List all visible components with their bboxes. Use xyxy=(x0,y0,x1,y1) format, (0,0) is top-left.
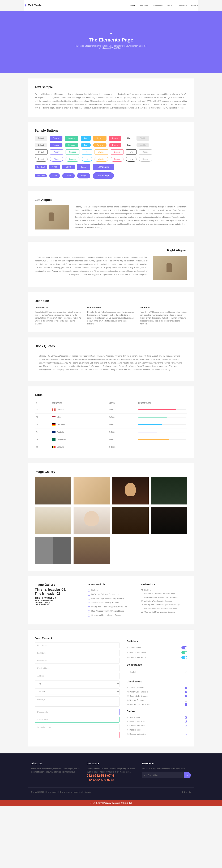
section-heading: Definition xyxy=(35,299,187,303)
form-field[interactable] xyxy=(35,673,120,679)
gallery-image[interactable] xyxy=(151,507,188,534)
buttons-section: Sample Buttons DefaultPrimarySuccessInfo… xyxy=(28,122,194,186)
btn-warning[interactable]: Warning xyxy=(93,136,106,141)
column-heading: Unordered List xyxy=(88,583,134,586)
radio[interactable] xyxy=(185,720,187,723)
btn-default[interactable]: Default xyxy=(35,157,47,162)
gallery-image[interactable] xyxy=(73,477,110,504)
social-icons[interactable]: f t ● Be xyxy=(182,791,191,793)
form-field[interactable] xyxy=(35,658,120,663)
radio[interactable] xyxy=(185,724,187,727)
btn-size[interactable]: Default xyxy=(62,173,75,178)
checkbox-label: 02. Primary Color Checkbox xyxy=(127,691,148,693)
btn-success[interactable]: Success xyxy=(65,143,78,147)
radio[interactable] xyxy=(185,716,187,719)
switch-toggle[interactable] xyxy=(182,646,187,649)
btn-info[interactable]: Info xyxy=(82,150,92,155)
nav-pages[interactable]: PAGES xyxy=(191,4,198,6)
column-heading: Ordered List xyxy=(141,583,187,586)
radio[interactable] xyxy=(185,729,187,731)
btn-success[interactable]: Success xyxy=(66,157,80,162)
btn-info[interactable]: Info xyxy=(81,143,91,147)
newsletter-submit[interactable]: → xyxy=(184,772,191,778)
btn-disable[interactable]: Disable xyxy=(139,150,152,155)
btn-primary[interactable]: Primary xyxy=(50,157,63,162)
btn-default[interactable]: Default xyxy=(35,150,47,155)
btn-size[interactable]: Extra Large xyxy=(93,173,114,179)
radio[interactable] xyxy=(185,733,187,735)
gallery-image[interactable] xyxy=(73,507,110,534)
btn-size[interactable]: Extra Small xyxy=(35,174,47,178)
btn-size[interactable]: Small xyxy=(49,164,60,169)
btn-info[interactable]: Info xyxy=(82,157,92,162)
form-field[interactable]: City xyxy=(35,681,120,687)
footer-text: Lorem ipsum dolor sit amet, consectetur … xyxy=(87,767,135,774)
checkbox[interactable] xyxy=(185,691,187,693)
btn-danger[interactable]: Danger xyxy=(109,136,122,141)
form-field[interactable] xyxy=(35,650,120,656)
gallery-image[interactable] xyxy=(112,477,149,504)
nav-we offer[interactable]: WE OFFER xyxy=(153,4,163,6)
switch-toggle[interactable] xyxy=(182,651,187,654)
list-item: Cleaning And Organizing Your Computer xyxy=(141,610,187,614)
list-item: Addiction When Gambling Becomes xyxy=(141,599,187,603)
btn-danger[interactable]: Danger xyxy=(110,157,124,162)
form-field[interactable] xyxy=(35,665,120,671)
btn-default[interactable]: Default xyxy=(35,143,47,147)
btn-primary[interactable]: Primary xyxy=(50,143,62,147)
checkbox[interactable] xyxy=(185,703,187,706)
footer: About Us Lorem ipsum dolor sit amet, con… xyxy=(0,753,222,800)
btn-primary[interactable]: Primary xyxy=(50,150,63,155)
btn-success[interactable]: Success xyxy=(66,150,80,155)
btn-disable[interactable]: Disable xyxy=(136,136,149,141)
btn-disable[interactable]: Disable xyxy=(139,157,152,162)
form-field[interactable] xyxy=(35,642,120,648)
form-field[interactable]: Country xyxy=(35,688,120,695)
list-item: Facts Why Inkjet Printing Is Very Appeal… xyxy=(88,597,134,601)
nav-feature[interactable]: FEATURE xyxy=(139,4,149,6)
newsletter-input[interactable] xyxy=(142,772,184,778)
btn-size[interactable]: Large xyxy=(77,164,90,170)
brand-logo[interactable]: ✦Call Center xyxy=(24,3,42,7)
form-field[interactable] xyxy=(35,696,120,707)
form-field[interactable] xyxy=(35,709,120,715)
gallery-image[interactable] xyxy=(35,536,71,564)
nav-about[interactable]: ABOUT xyxy=(167,4,173,6)
btn-info[interactable]: Info xyxy=(81,136,91,141)
form-field[interactable] xyxy=(35,717,120,722)
btn-success[interactable]: Success xyxy=(65,136,78,141)
btn-warning[interactable]: Warning xyxy=(95,150,108,155)
btn-warning[interactable]: Warning xyxy=(95,157,108,162)
btn-link[interactable]: Link xyxy=(126,157,136,162)
checkbox[interactable] xyxy=(185,699,187,702)
btn-danger[interactable]: Danger xyxy=(109,143,122,147)
btn-danger[interactable]: Danger xyxy=(110,150,124,155)
language-select[interactable]: English xyxy=(127,669,187,675)
btn-link[interactable]: Link xyxy=(124,143,134,147)
btn-size[interactable]: Extra Large xyxy=(93,164,114,170)
radio-label: 04. Disabled radio xyxy=(127,729,141,731)
form-field[interactable] xyxy=(35,724,120,730)
gallery-image[interactable] xyxy=(35,507,71,534)
btn-link[interactable]: Link xyxy=(124,136,134,141)
nav-contact[interactable]: CONTACT xyxy=(178,4,187,6)
nav-home[interactable]: HOME xyxy=(130,4,135,6)
btn-default[interactable]: Default xyxy=(35,136,47,141)
gallery-image[interactable] xyxy=(112,507,149,534)
gallery-image[interactable] xyxy=(35,477,71,504)
btn-disable[interactable]: Disable xyxy=(136,143,149,147)
btn-size[interactable]: Large xyxy=(77,173,90,179)
gallery-image[interactable] xyxy=(151,477,188,504)
btn-size[interactable]: Extra Small xyxy=(35,165,47,169)
checkbox[interactable] xyxy=(185,695,187,698)
switch-toggle[interactable] xyxy=(182,656,187,659)
btn-warning[interactable]: Warning xyxy=(93,143,106,147)
btn-link[interactable]: Link xyxy=(126,150,136,155)
gallery-image[interactable] xyxy=(73,536,110,564)
checkbox[interactable] xyxy=(185,687,187,689)
btn-size[interactable]: Default xyxy=(62,164,75,169)
switch-label: 02. Primary Color Switch xyxy=(127,652,146,654)
btn-primary[interactable]: Primary xyxy=(50,136,62,141)
form-field[interactable] xyxy=(35,732,120,738)
btn-size[interactable]: Small xyxy=(49,173,60,178)
